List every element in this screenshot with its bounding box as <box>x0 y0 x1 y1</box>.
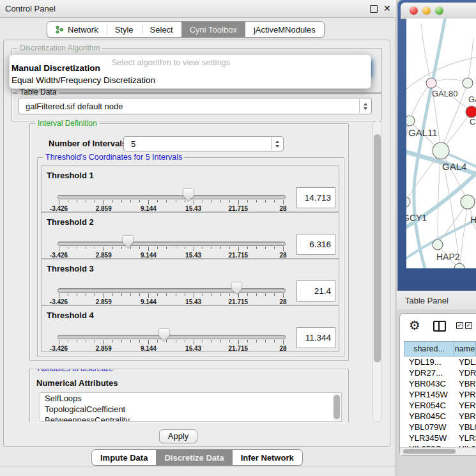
slider-ticks <box>59 293 283 298</box>
tick-label: 28 <box>279 345 286 352</box>
tab-select[interactable]: Select <box>142 22 181 37</box>
tick-mark <box>166 340 167 342</box>
control-panel-window: Control Panel ✕ NetworkStyleSelectCyni T… <box>0 0 396 476</box>
panel-vertical-scrollbar[interactable] <box>372 121 382 422</box>
number-of-intervals-combobox[interactable]: 5 <box>123 136 284 151</box>
table-row[interactable]: YER054CYER054C <box>404 400 476 411</box>
threshold-label: Threshold 4 <box>47 311 94 320</box>
network-node-hap2[interactable] <box>433 240 443 250</box>
tick-mark <box>229 200 230 203</box>
attribute-list-item[interactable]: SelfLoops <box>40 393 341 404</box>
tab-style[interactable]: Style <box>107 22 142 37</box>
tab-cyni-toolbox[interactable]: Cyni Toolbox <box>181 22 245 37</box>
tick-mark <box>68 340 68 342</box>
threshold-label: Threshold 1 <box>47 171 94 180</box>
network-node-ga[interactable] <box>463 78 473 88</box>
tick-mark <box>247 200 248 203</box>
number-of-intervals-label: Number of Intervals <box>49 139 127 148</box>
threshold-value-field[interactable]: 21.4 <box>296 280 335 302</box>
scrollbar-thumb[interactable] <box>334 395 340 419</box>
table-row[interactable]: YPR145WYPR145W <box>404 389 476 400</box>
bottom-tab-discretize-data[interactable]: Discretize Data <box>156 450 232 465</box>
combo-stepper-icon[interactable] <box>271 137 282 150</box>
tick-mark <box>176 340 176 342</box>
network-node-gal11[interactable] <box>406 116 415 126</box>
tick-mark <box>68 247 68 249</box>
cell-name: YDL19... <box>453 357 476 367</box>
table-row[interactable]: YDR27...YDR27... <box>404 367 476 378</box>
table-horizontal-scrollbar[interactable] <box>400 447 476 455</box>
threshold-slider-track[interactable] <box>58 288 286 293</box>
table-row[interactable]: YBR045CYBR045C <box>404 411 476 422</box>
threshold-value-field[interactable]: 11.344 <box>296 327 335 348</box>
cell-name: YPR145W <box>453 389 476 400</box>
table-row[interactable]: YDL19...YDL19... <box>404 357 476 367</box>
tab-network[interactable]: Network <box>47 22 107 37</box>
node-label: HAP2 <box>436 252 460 262</box>
tick-mark <box>157 293 158 296</box>
tick-mark <box>139 293 140 296</box>
close-icon[interactable]: ✕ <box>383 3 391 13</box>
split-view-icon[interactable] <box>433 321 446 332</box>
node-label: GAL11 <box>408 127 438 138</box>
dropdown-item-equal-width-frequency[interactable]: Equal Width/Frequency Discretization <box>12 75 155 85</box>
checkbox-icon[interactable]: ✓ <box>465 322 472 329</box>
network-view-window: GAL80GACGAL11GAL4GCY1HHAP2 <box>397 0 476 291</box>
table-panel-bar: Table Panel <box>397 291 476 311</box>
tab-label: Infer Network <box>241 453 294 463</box>
tick-mark <box>194 247 194 251</box>
dropdown-item-manual-discretization[interactable]: Manual Discretization <box>12 63 100 73</box>
node-label: GAL4 <box>442 161 466 172</box>
bottom-tab-infer-network[interactable]: Infer Network <box>233 450 302 465</box>
cyni-toolbox-panel: Discretization Algorithm Select algorith… <box>3 40 390 447</box>
tick-label: 21.715 <box>229 205 249 212</box>
table-row[interactable]: YBL079WYBL079W <box>404 422 476 433</box>
network-node-gal4[interactable] <box>433 142 449 159</box>
table-row[interactable]: YLR345WYLR345W <box>404 433 476 443</box>
combo-stepper-icon[interactable] <box>359 99 371 113</box>
network-node-c[interactable] <box>466 106 476 118</box>
threshold-slider-track[interactable] <box>58 335 286 339</box>
table-data-group-title: Table Data <box>17 88 59 96</box>
cell-name: YER054C <box>453 400 476 411</box>
table-row[interactable]: YBR043CYBR043C <box>404 378 476 389</box>
float-window-icon[interactable] <box>370 5 378 13</box>
numerical-attributes-list[interactable]: SelfLoopsTopologicalCoefficientBetweenne… <box>40 392 342 422</box>
close-button[interactable] <box>410 6 418 15</box>
threshold-box: Threshold 3 -3.4262.8599.14415.4321.7152… <box>41 259 339 305</box>
table-data-combobox[interactable]: galFiltered.sif default node <box>18 98 372 114</box>
network-canvas[interactable]: GAL80GACGAL11GAL4GCY1HHAP2 <box>406 19 476 268</box>
scrollbar-thumb[interactable] <box>403 449 456 454</box>
scrollbar-thumb[interactable] <box>374 134 381 362</box>
apply-button[interactable]: Apply <box>159 429 197 443</box>
zoom-button[interactable] <box>435 6 443 15</box>
tick-mark <box>229 340 230 342</box>
tick-label: 21.715 <box>229 298 249 305</box>
threshold-slider-track[interactable] <box>58 195 286 199</box>
threshold-value-field[interactable]: 6.316 <box>296 234 335 255</box>
slider-tick-labels: -3.4262.8599.14415.4321.71528 <box>59 345 283 353</box>
screenshot-root: Control Panel ✕ NetworkStyleSelectCyni T… <box>0 0 476 476</box>
attribute-list-item[interactable]: BetweennessCentrality <box>40 415 341 422</box>
network-node-gcy1[interactable] <box>406 197 410 207</box>
gear-icon[interactable]: ⚙ <box>409 318 420 333</box>
column-header-name[interactable]: name <box>454 342 475 356</box>
tick-mark <box>139 247 140 249</box>
minimize-button[interactable] <box>422 6 431 15</box>
tick-label: 15.43 <box>185 345 201 352</box>
cell-shared-name: YER054C <box>404 400 453 411</box>
tab-label: Cyni Toolbox <box>190 25 237 35</box>
network-node-h[interactable] <box>461 195 475 209</box>
bottom-tab-impute-data[interactable]: Impute Data <box>92 450 156 465</box>
column-header-shared-name[interactable]: shared... <box>404 342 454 356</box>
network-node-gal80[interactable] <box>426 78 436 88</box>
cell-shared-name: YBL079W <box>404 422 453 433</box>
tick-mark <box>194 340 194 344</box>
tab-jactivemnodules[interactable]: jActiveMNodules <box>245 22 324 37</box>
threshold-slider-track[interactable] <box>58 242 286 246</box>
threshold-value-field[interactable]: 14.713 <box>296 187 335 208</box>
list-scrollbar[interactable] <box>333 394 341 420</box>
checkbox-icon[interactable]: ✓ <box>456 322 463 329</box>
attribute-list-item[interactable]: TopologicalCoefficient <box>40 404 341 415</box>
network-node[interactable] <box>454 263 464 268</box>
